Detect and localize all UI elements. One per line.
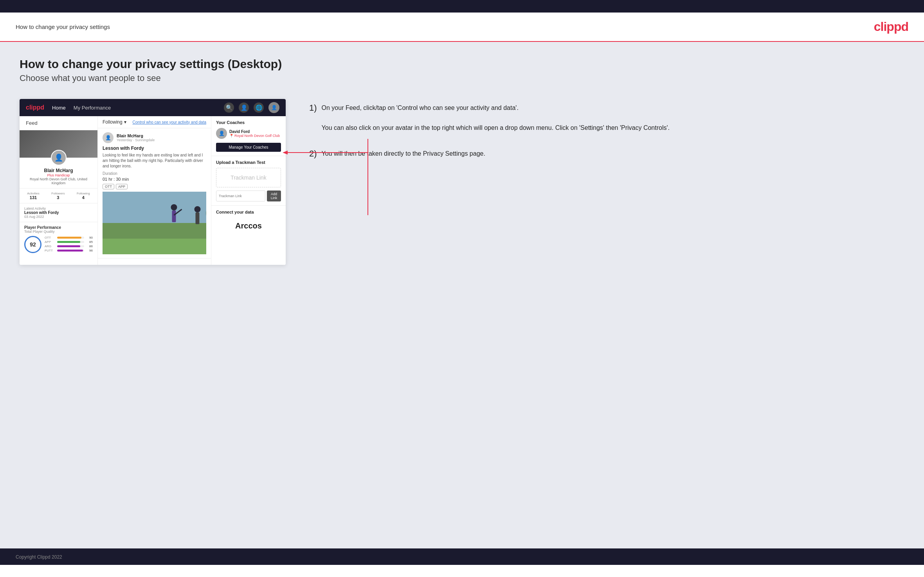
arccos-logo: Arccos [216,217,281,234]
coach-avatar: 👤 [216,128,227,139]
header: How to change your privacy settings clip… [0,13,924,42]
pp-bar-row: PUTT 96 [45,249,93,252]
pp-bar-row: OTT 90 [45,236,93,239]
globe-icon[interactable]: 🌐 [254,102,264,113]
clippd-logo: clippd [874,20,908,34]
following-bar: Following ▾ Control who can see your act… [98,116,211,128]
instruction-1-number: 1) [309,103,317,133]
following-label: Following [103,119,122,125]
following-button[interactable]: Following ▾ [103,119,126,125]
main-content: How to change your privacy settings (Des… [0,42,924,548]
profile-info: Blair McHarg Plus Handicap Royal North D… [20,168,97,185]
stat-activities: Activities 131 [27,192,40,200]
footer: Copyright Clippd 2022 [0,548,924,565]
profile-club: Royal North Devon Golf Club, United King… [23,177,94,185]
app-mockup: clippd Home My Performance 🔍 👤 🌐 👤 Feed … [20,99,286,265]
post-header: 👤 Blair McHarg Yesterday · Sunningdale [103,132,206,143]
coach-club-text: Royal North Devon Golf Club [234,134,280,138]
stat-activities-value: 131 [27,195,40,200]
pp-bar-track [57,245,84,247]
tag-app: APP [116,184,128,189]
profile-name: Blair McHarg [23,168,94,173]
feed-tab[interactable]: Feed [20,116,97,130]
pp-bar-track [57,250,84,252]
pp-bar-fill [57,241,80,243]
trackman-input-row: Add Link [216,191,281,201]
search-icon[interactable]: 🔍 [224,102,234,113]
svg-rect-2 [103,239,206,254]
post-duration: Duration [103,171,206,176]
instruction-2: 2) You will then be taken directly to th… [309,149,904,159]
stat-activities-label: Activities [27,192,40,195]
instruction-2-number: 2) [309,149,317,159]
instruction-1-text: On your Feed, click/tap on 'Control who … [322,103,670,133]
post-date: Yesterday · Sunningdale [117,138,155,142]
stat-followers: Followers 3 [51,192,65,200]
pp-bar-track [57,241,84,243]
instructions: 1) On your Feed, click/tap on 'Control w… [301,99,904,174]
connect-title: Connect your data [216,210,281,214]
pp-subtitle: Total Player Quality [24,230,93,234]
manage-coaches-button[interactable]: Manage Your Coaches [216,143,281,152]
location-icon: 📍 [229,134,234,138]
instruction-1: 1) On your Feed, click/tap on 'Control w… [309,103,904,133]
add-link-button[interactable]: Add Link [267,191,281,201]
app-body: Feed 👤 Blair McHarg Plus Handicap Royal … [20,116,286,265]
pp-title: Player Performance [24,225,93,230]
coach-name: David Ford [229,129,280,134]
trackman-title: Upload a Trackman Test [216,160,281,165]
svg-rect-3 [103,192,206,223]
la-date: 03 Aug 2022 [24,215,93,219]
middle-panel: Following ▾ Control who can see your act… [98,116,211,265]
post-desc: Looking to feel like my hands are exitin… [103,153,206,169]
duration-value: 01 hr : 30 min [103,177,206,182]
latest-activity: Latest Activity Lesson with Fordy 03 Aug… [20,203,97,222]
coach-club: 📍 Royal North Devon Golf Club [229,134,280,138]
user-avatar-nav[interactable]: 👤 [268,102,279,113]
player-performance: Player Performance Total Player Quality … [20,222,97,256]
pp-bar-fill [57,250,83,252]
trackman-link-placeholder: Trackman Link [216,168,281,187]
top-bar [0,0,924,13]
trackman-input[interactable] [216,191,265,201]
coach-item: 👤 David Ford 📍 Royal North Devon Golf Cl… [216,128,281,139]
profile-avatar: 👤 [51,150,67,165]
post-author: Blair McHarg [117,133,155,138]
profile-stats: Activities 131 Followers 3 Following 4 [20,188,97,203]
duration-label: Duration [103,171,117,176]
pp-bar-value: 86 [86,244,93,248]
svg-rect-11 [196,212,200,224]
header-title: How to change your privacy settings [16,23,110,30]
pp-bar-value: 85 [86,240,93,244]
left-panel: Feed 👤 Blair McHarg Plus Handicap Royal … [20,116,98,265]
trackman-widget: Upload a Trackman Test Trackman Link Add… [211,156,286,206]
chevron-down-icon: ▾ [124,119,126,125]
pp-body: 92 OTT 90 APP 85 ARG 86 PUTT 96 [24,236,93,253]
nav-my-performance[interactable]: My Performance [74,103,111,112]
person-icon[interactable]: 👤 [239,102,249,113]
pp-score: 92 [24,236,41,253]
nav-home[interactable]: Home [52,103,66,112]
svg-point-7 [171,204,177,210]
page-subheading: Choose what you want people to see [20,73,904,83]
page-heading: How to change your privacy settings (Des… [20,58,904,71]
control-link[interactable]: Control who can see your activity and da… [133,120,206,124]
post-tags: OTT APP [103,184,206,189]
pp-bar-fill [57,245,80,247]
post-title: Lesson with Fordy [103,146,206,151]
stat-followers-label: Followers [51,192,65,195]
profile-header: 👤 [20,130,97,158]
pp-bar-label: OTT [45,236,56,239]
footer-text: Copyright Clippd 2022 [16,554,62,560]
app-logo: clippd [26,104,44,111]
coaches-widget: Your Coaches 👤 David Ford 📍 Royal North … [211,116,286,156]
connect-widget: Connect your data Arccos [211,206,286,238]
pp-bar-value: 96 [86,249,93,252]
pp-bar-label: APP [45,240,56,244]
profile-subtitle: Plus Handicap [23,173,94,177]
svg-point-10 [195,206,201,212]
pp-bar-row: ARG 86 [45,244,93,248]
stat-followers-value: 3 [51,195,65,200]
la-label: Latest Activity [24,207,93,210]
pp-bar-label: ARG [45,244,56,248]
